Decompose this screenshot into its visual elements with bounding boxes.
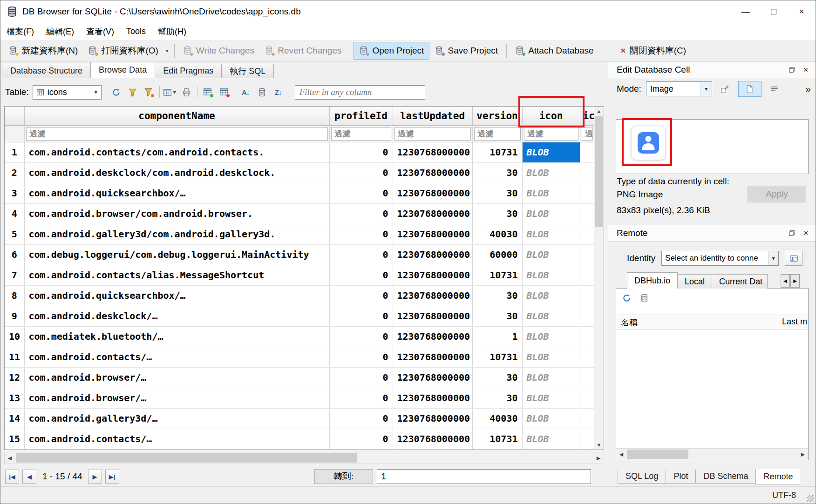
grid-corner[interactable] [5, 107, 24, 125]
sort-asc-button[interactable]: A↓ [238, 85, 254, 100]
cell-profileId[interactable]: 0 [329, 244, 393, 265]
cell-icon[interactable]: BLOB [522, 367, 580, 388]
cell-extra[interactable] [580, 265, 594, 285]
close-database-button[interactable]: × 關閉資料庫(C) [616, 42, 692, 60]
menu-file[interactable]: 檔案(F) [0, 23, 40, 40]
cell-version[interactable]: 40030 [472, 408, 522, 429]
cell-profileId[interactable]: 0 [329, 388, 393, 408]
first-page-button[interactable]: |◀ [5, 470, 19, 484]
overflow-chevron[interactable]: » [805, 83, 811, 94]
cell-version[interactable]: 40030 [472, 224, 522, 244]
menu-view[interactable]: 查看(V) [80, 23, 120, 40]
cell-version[interactable]: 30 [472, 162, 522, 183]
filter-clear-button[interactable] [141, 85, 157, 100]
grid-vertical-scrollbar[interactable]: ▲ ▼ [594, 107, 604, 450]
tab-current-database[interactable]: Current Dat [712, 274, 768, 289]
cell-icon[interactable]: BLOB [522, 244, 580, 265]
column-header-extra[interactable]: ic [580, 107, 594, 125]
cell-profileId[interactable]: 0 [329, 224, 393, 244]
cell-version[interactable]: 30 [472, 183, 522, 203]
column-header-componentName[interactable]: componentName [24, 107, 329, 125]
filter-input-componentName[interactable]: 過濾 [26, 127, 328, 141]
cell-componentName[interactable]: com.android.contacts/alias.MessageShortc… [24, 265, 329, 285]
scrollbar-thumb[interactable] [627, 450, 688, 459]
tab-database-structure[interactable]: Database Structure [2, 64, 91, 78]
cell-extra[interactable] [580, 162, 594, 183]
cell-componentName[interactable]: com.android.browser/… [24, 367, 329, 388]
row-number[interactable]: 7 [5, 265, 24, 285]
filter-edit-button[interactable] [124, 85, 141, 100]
cell-lastUpdated[interactable]: 1230768000000 [393, 203, 472, 224]
import-data-button[interactable] [717, 81, 734, 97]
cell-version[interactable]: 30 [472, 203, 522, 224]
close-panel-button[interactable]: × [799, 64, 813, 76]
cell-componentName[interactable]: com.android.deskclock/… [24, 306, 329, 326]
open-project-button[interactable]: Open Project [354, 42, 429, 60]
cell-icon[interactable]: BLOB [522, 285, 580, 306]
cell-profileId[interactable]: 0 [329, 429, 393, 449]
cell-icon[interactable]: BLOB [522, 326, 580, 347]
encoding-button[interactable] [254, 85, 270, 100]
cell-icon[interactable]: BLOB [522, 142, 580, 162]
new-database-button[interactable]: 新建資料庫(N) [3, 42, 83, 60]
cell-profileId[interactable]: 0 [329, 408, 393, 429]
revert-changes-button[interactable]: Revert Changes [259, 42, 347, 60]
row-number[interactable]: 12 [5, 367, 24, 388]
cell-extra[interactable] [580, 388, 594, 408]
cell-componentName[interactable]: com.android.deskclock/com.android.deskcl… [24, 162, 329, 183]
delete-record-button[interactable] [216, 85, 232, 100]
column-header-version[interactable]: version [472, 107, 522, 125]
cell-extra[interactable] [580, 326, 594, 347]
row-number[interactable]: 15 [5, 429, 24, 449]
cell-lastUpdated[interactable]: 1230768000000 [393, 224, 472, 244]
float-panel-button[interactable] [785, 64, 799, 76]
cell-version[interactable]: 30 [472, 367, 522, 388]
cell-version[interactable]: 30 [472, 388, 522, 408]
last-page-button[interactable]: ▶| [105, 470, 119, 484]
word-wrap-button[interactable] [766, 81, 783, 97]
remote-column-name[interactable]: 名稱 [616, 315, 778, 329]
cell-lastUpdated[interactable]: 1230768000000 [393, 429, 472, 449]
cell-profileId[interactable]: 0 [329, 326, 393, 347]
tab-db-schema[interactable]: DB Schema [695, 470, 756, 484]
cell-icon[interactable]: BLOB [522, 306, 580, 326]
cell-profileId[interactable]: 0 [329, 142, 393, 162]
cell-profileId[interactable]: 0 [329, 367, 393, 388]
cell-icon[interactable]: BLOB [522, 162, 580, 183]
resize-grip[interactable] [807, 495, 814, 502]
cell-version[interactable]: 30 [472, 285, 522, 306]
remote-refresh-button[interactable] [620, 291, 633, 304]
menu-tools[interactable]: Tools [120, 23, 152, 40]
cell-profileId[interactable]: 0 [329, 162, 393, 183]
row-number[interactable]: 1 [5, 142, 24, 162]
cell-version[interactable]: 10731 [472, 429, 522, 449]
scrollbar-thumb[interactable] [16, 453, 357, 463]
column-header-icon[interactable]: icon [522, 107, 580, 125]
tab-execute-sql[interactable]: 執行 SQL [221, 64, 274, 78]
cell-componentName[interactable]: com.mediatek.bluetooth/… [24, 326, 329, 347]
scrollbar-thumb[interactable] [595, 116, 603, 227]
tab-scroll-left-button[interactable]: ◀ [781, 274, 790, 288]
cell-componentName[interactable]: com.debug.loggerui/com.debug.loggerui.Ma… [24, 244, 329, 265]
table-selector[interactable]: icons ▾ [33, 85, 102, 100]
remote-horizontal-scrollbar[interactable]: ◀ ▶ [616, 448, 808, 460]
cell-extra[interactable] [580, 347, 594, 367]
cell-icon[interactable]: BLOB [522, 429, 580, 449]
tab-remote[interactable]: Remote [755, 469, 801, 484]
cell-icon[interactable]: BLOB [522, 265, 580, 285]
cell-lastUpdated[interactable]: 1230768000000 [393, 347, 472, 367]
cell-extra[interactable] [580, 183, 594, 203]
cell-extra[interactable] [580, 142, 594, 162]
cell-icon[interactable]: BLOB [522, 224, 580, 244]
cell-componentName[interactable]: com.android.contacts/… [24, 347, 329, 367]
cell-profileId[interactable]: 0 [329, 265, 393, 285]
filter-input-extra[interactable]: 過濾 [582, 127, 593, 141]
row-number[interactable]: 4 [5, 203, 24, 224]
row-number[interactable]: 6 [5, 244, 24, 265]
tab-browse-data[interactable]: Browse Data [90, 62, 155, 78]
cell-icon[interactable]: BLOB [522, 203, 580, 224]
cell-extra[interactable] [580, 224, 594, 244]
cell-lastUpdated[interactable]: 1230768000000 [393, 244, 472, 265]
tab-dbhub[interactable]: DBHub.io [627, 272, 678, 289]
open-database-dropdown[interactable]: ▾ [163, 47, 171, 54]
